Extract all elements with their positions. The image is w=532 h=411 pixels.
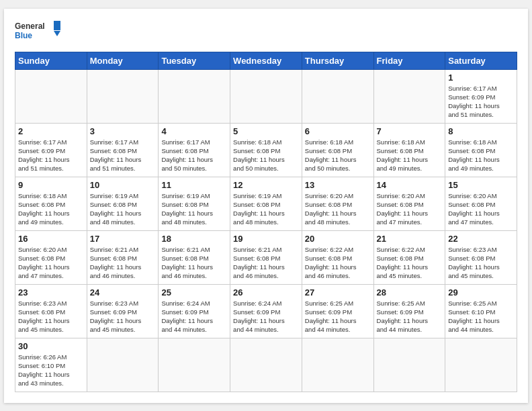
calendar-cell: 4Sunrise: 6:17 AM Sunset: 6:08 PM Daylig… [159,123,230,177]
day-number: 3 [90,126,156,136]
day-number: 29 [448,287,514,298]
day-number: 26 [233,287,299,298]
day-number: 1 [448,73,514,83]
weekday-header-friday: Friday [373,52,445,69]
weekday-header-monday: Monday [87,52,159,69]
day-info: Sunrise: 6:17 AM Sunset: 6:08 PM Dayligh… [90,138,156,173]
calendar-cell: 18Sunrise: 6:21 AM Sunset: 6:08 PM Dayli… [159,230,230,284]
calendar-cell: 23Sunrise: 6:23 AM Sunset: 6:08 PM Dayli… [15,284,87,338]
day-info: Sunrise: 6:22 AM Sunset: 6:08 PM Dayligh… [305,245,371,281]
day-info: Sunrise: 6:17 AM Sunset: 6:08 PM Dayligh… [161,138,227,173]
day-info: Sunrise: 6:23 AM Sunset: 6:08 PM Dayligh… [18,299,84,334]
calendar-table: SundayMondayTuesdayWednesdayThursdayFrid… [15,52,517,392]
calendar-cell: 20Sunrise: 6:22 AM Sunset: 6:08 PM Dayli… [302,230,373,284]
day-number: 4 [161,126,227,136]
calendar-cell: 25Sunrise: 6:24 AM Sunset: 6:09 PM Dayli… [159,284,230,338]
day-number: 18 [161,234,227,244]
day-number: 16 [18,234,84,244]
calendar-cell: 11Sunrise: 6:19 AM Sunset: 6:08 PM Dayli… [159,177,230,230]
calendar-cell [159,338,230,392]
day-number: 13 [305,180,371,190]
day-number: 21 [377,234,443,244]
day-info: Sunrise: 6:25 AM Sunset: 6:09 PM Dayligh… [305,299,371,334]
calendar-cell [87,338,159,392]
calendar-cell: 12Sunrise: 6:19 AM Sunset: 6:08 PM Dayli… [230,177,302,230]
weekday-header-tuesday: Tuesday [159,52,230,69]
day-info: Sunrise: 6:21 AM Sunset: 6:08 PM Dayligh… [161,245,227,281]
day-number: 27 [305,287,371,298]
calendar-cell: 30Sunrise: 6:26 AM Sunset: 6:10 PM Dayli… [15,338,87,392]
day-info: Sunrise: 6:21 AM Sunset: 6:08 PM Dayligh… [90,245,156,281]
day-number: 20 [305,234,371,244]
calendar-cell: 3Sunrise: 6:17 AM Sunset: 6:08 PM Daylig… [87,123,159,177]
calendar-cell: 26Sunrise: 6:24 AM Sunset: 6:09 PM Dayli… [230,284,302,338]
calendar-cell: 13Sunrise: 6:20 AM Sunset: 6:08 PM Dayli… [302,177,373,230]
day-info: Sunrise: 6:26 AM Sunset: 6:10 PM Dayligh… [18,353,84,388]
logo: General Blue [15,19,62,45]
calendar-cell: 17Sunrise: 6:21 AM Sunset: 6:08 PM Dayli… [87,230,159,284]
day-info: Sunrise: 6:23 AM Sunset: 6:09 PM Dayligh… [90,299,156,334]
calendar-body: 1Sunrise: 6:17 AM Sunset: 6:09 PM Daylig… [15,69,517,392]
weekday-header-sunday: Sunday [15,52,87,69]
day-info: Sunrise: 6:18 AM Sunset: 6:08 PM Dayligh… [377,138,443,173]
calendar-cell: 8Sunrise: 6:18 AM Sunset: 6:08 PM Daylig… [445,123,517,177]
day-number: 28 [377,287,443,298]
day-info: Sunrise: 6:21 AM Sunset: 6:08 PM Dayligh… [233,245,299,281]
calendar-cell [230,338,302,392]
day-info: Sunrise: 6:22 AM Sunset: 6:08 PM Dayligh… [377,245,443,281]
calendar-cell: 2Sunrise: 6:17 AM Sunset: 6:09 PM Daylig… [15,123,87,177]
svg-text:Blue: Blue [15,31,32,40]
day-number: 7 [377,126,443,136]
calendar-cell [15,69,87,123]
calendar-cell: 19Sunrise: 6:21 AM Sunset: 6:08 PM Dayli… [230,230,302,284]
day-number: 14 [377,180,443,190]
day-info: Sunrise: 6:20 AM Sunset: 6:08 PM Dayligh… [18,245,84,281]
day-number: 2 [18,126,84,136]
weekday-header-thursday: Thursday [302,52,373,69]
calendar-cell: 5Sunrise: 6:18 AM Sunset: 6:08 PM Daylig… [230,123,302,177]
generalblue-logo-icon: General Blue [15,19,62,45]
day-number: 15 [448,180,514,190]
weekday-header-wednesday: Wednesday [230,52,302,69]
day-number: 9 [18,180,84,190]
calendar-cell: 21Sunrise: 6:22 AM Sunset: 6:08 PM Dayli… [373,230,445,284]
svg-marker-3 [54,31,60,36]
calendar-cell [87,69,159,123]
calendar-cell: 16Sunrise: 6:20 AM Sunset: 6:08 PM Dayli… [15,230,87,284]
calendar-cell [373,338,445,392]
calendar-cell: 6Sunrise: 6:18 AM Sunset: 6:08 PM Daylig… [302,123,373,177]
day-number: 17 [90,234,156,244]
day-number: 30 [18,341,84,351]
day-number: 10 [90,180,156,190]
weekday-header-saturday: Saturday [445,52,517,69]
svg-marker-2 [54,21,60,30]
day-info: Sunrise: 6:20 AM Sunset: 6:08 PM Dayligh… [305,191,371,227]
day-info: Sunrise: 6:19 AM Sunset: 6:08 PM Dayligh… [233,191,299,227]
calendar-container: General Blue SundayMondayTuesdayWednesda… [4,9,528,403]
day-info: Sunrise: 6:19 AM Sunset: 6:08 PM Dayligh… [161,191,227,227]
calendar-cell [302,338,373,392]
day-info: Sunrise: 6:18 AM Sunset: 6:08 PM Dayligh… [18,191,84,227]
calendar-cell [373,69,445,123]
calendar-cell: 15Sunrise: 6:20 AM Sunset: 6:08 PM Dayli… [445,177,517,230]
day-info: Sunrise: 6:25 AM Sunset: 6:10 PM Dayligh… [448,299,514,334]
day-number: 5 [233,126,299,136]
calendar-cell: 29Sunrise: 6:25 AM Sunset: 6:10 PM Dayli… [445,284,517,338]
calendar-cell: 24Sunrise: 6:23 AM Sunset: 6:09 PM Dayli… [87,284,159,338]
day-number: 19 [233,234,299,244]
calendar-header: General Blue [15,19,517,45]
svg-text:General: General [15,21,45,31]
calendar-cell [445,338,517,392]
calendar-cell: 28Sunrise: 6:25 AM Sunset: 6:09 PM Dayli… [373,284,445,338]
day-info: Sunrise: 6:18 AM Sunset: 6:08 PM Dayligh… [233,138,299,173]
calendar-cell: 1Sunrise: 6:17 AM Sunset: 6:09 PM Daylig… [445,69,517,123]
day-number: 25 [161,287,227,298]
day-info: Sunrise: 6:24 AM Sunset: 6:09 PM Dayligh… [161,299,227,334]
calendar-cell [302,69,373,123]
day-info: Sunrise: 6:17 AM Sunset: 6:09 PM Dayligh… [18,138,84,173]
day-number: 24 [90,287,156,298]
day-number: 11 [161,180,227,190]
day-info: Sunrise: 6:25 AM Sunset: 6:09 PM Dayligh… [377,299,443,334]
day-number: 22 [448,234,514,244]
day-number: 12 [233,180,299,190]
